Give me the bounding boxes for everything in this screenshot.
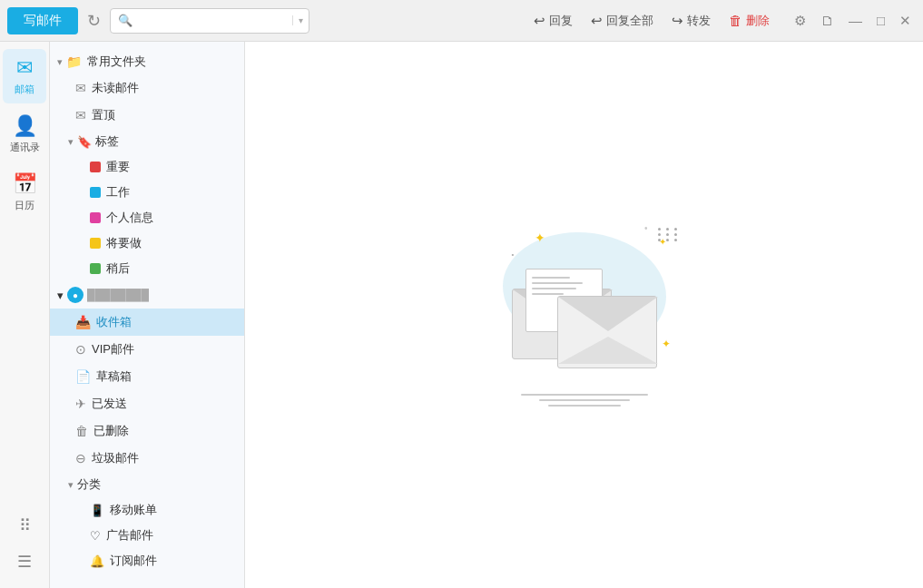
mobile-label: 移动账单 xyxy=(110,502,157,518)
letter-line-3 xyxy=(532,288,577,289)
deleted-label: 已删除 xyxy=(93,423,129,439)
toolbar-actions: ↩ 回复 ↩ 回复全部 ↪ 转发 🗑 删除 xyxy=(315,9,777,33)
envelope-front-flap xyxy=(558,297,658,333)
close-button[interactable]: ✕ xyxy=(895,11,916,31)
sidebar-item-contacts[interactable]: 👤 通讯录 xyxy=(3,107,46,162)
tags-header[interactable]: ▾ 🔖 标签 xyxy=(50,129,244,154)
common-folders-label: 常用文件夹 xyxy=(87,54,146,70)
nav-item-vip[interactable]: ⊙ VIP邮件 xyxy=(50,336,244,363)
important-label: 重要 xyxy=(106,159,130,175)
category-ads[interactable]: ♡ 广告邮件 xyxy=(50,523,244,548)
inbox-icon: 📥 xyxy=(75,315,91,329)
settings-button[interactable]: ⚙ xyxy=(790,11,810,31)
mail-label: 邮箱 xyxy=(15,83,34,96)
nav-item-spam[interactable]: ⊖ 垃圾邮件 xyxy=(50,445,244,472)
search-input[interactable] xyxy=(136,14,289,27)
sidebar-item-mail[interactable]: ✉ 邮箱 xyxy=(3,49,46,103)
drafts-icon: 📄 xyxy=(75,369,91,384)
contacts-icon: 👤 xyxy=(13,114,37,138)
content-area: ✦ • ✦ ✦ • xyxy=(245,42,923,588)
tag-personal[interactable]: 个人信息 xyxy=(50,205,244,230)
categories-section: ▾ 分类 📱 移动账单 ♡ 广告邮件 🔔 订阅邮件 xyxy=(50,472,244,573)
contacts-label: 通讯录 xyxy=(10,141,40,154)
nav-item-sent[interactable]: ✈ 已发送 xyxy=(50,390,244,417)
todo-label: 将要做 xyxy=(106,235,142,251)
todo-dot xyxy=(90,238,101,249)
category-subscribe[interactable]: 🔔 订阅邮件 xyxy=(50,548,244,573)
vip-icon: ⊙ xyxy=(75,342,86,357)
dots-grid xyxy=(658,228,680,241)
reply-all-button[interactable]: ↩ 回复全部 xyxy=(584,9,661,33)
delete-label: 删除 xyxy=(746,13,770,29)
common-folders-section: ▾ 📁 常用文件夹 ✉ 未读邮件 ✉ 置顶 xyxy=(50,49,244,129)
subscribe-icon: 🔔 xyxy=(90,554,104,568)
categories-label: 分类 xyxy=(77,476,101,493)
sidebar-item-calendar[interactable]: 📅 日历 xyxy=(3,165,46,220)
forward-button[interactable]: ↪ 转发 xyxy=(664,9,718,33)
window-controls: ⚙ 🗋 — □ ✕ xyxy=(790,11,916,31)
nav-item-drafts[interactable]: 📄 草稿箱 xyxy=(50,363,244,390)
nav-item-inbox[interactable]: 📥 收件箱 xyxy=(50,309,244,336)
minimize-button[interactable]: — xyxy=(844,11,867,30)
categories-header[interactable]: ▾ 分类 xyxy=(50,472,244,497)
apps-button[interactable]: ⠿ xyxy=(14,510,36,541)
spam-label: 垃圾邮件 xyxy=(92,450,139,466)
later-label: 稍后 xyxy=(106,260,130,277)
icon-sidebar: ✉ 邮箱 👤 通讯录 📅 日历 ⠿ ☰ xyxy=(0,42,50,588)
reply-icon: ↩ xyxy=(534,13,545,29)
personal-dot xyxy=(90,212,101,223)
unread-label: 未读邮件 xyxy=(92,80,139,96)
spam-icon: ⊖ xyxy=(75,451,86,466)
tag-todo[interactable]: 将要做 xyxy=(50,230,244,256)
sent-icon: ✈ xyxy=(75,397,86,411)
tag-later[interactable]: 稍后 xyxy=(50,256,244,281)
tag-icon: 🔖 xyxy=(77,135,92,149)
account-header[interactable]: ▾ ● ████████ xyxy=(50,281,244,309)
work-dot xyxy=(90,187,101,198)
reply-button[interactable]: ↩ 回复 xyxy=(526,9,580,33)
ground-lines xyxy=(521,394,648,407)
ground-line-3 xyxy=(548,405,621,407)
letter-line-1 xyxy=(532,277,571,279)
unread-icon: ✉ xyxy=(75,81,86,95)
delete-icon: 🗑 xyxy=(729,13,742,28)
folder-icon: 📁 xyxy=(66,54,82,69)
menu-button[interactable]: ☰ xyxy=(12,546,37,577)
mail-icon: ✉ xyxy=(16,56,33,80)
main-layout: ✉ 邮箱 👤 通讯录 📅 日历 ⠿ ☰ ▾ 📁 常用文件夹 ✉ 未读邮件 xyxy=(0,42,923,588)
mobile-icon: 📱 xyxy=(90,504,104,517)
nav-item-pinned[interactable]: ✉ 置顶 xyxy=(50,102,244,129)
sparkle-2: • xyxy=(644,223,648,233)
subscribe-label: 订阅邮件 xyxy=(110,553,157,569)
tag-work[interactable]: 工作 xyxy=(50,180,244,205)
compose-button[interactable]: 写邮件 xyxy=(7,7,78,34)
sent-label: 已发送 xyxy=(92,396,127,412)
letter-line-2 xyxy=(532,282,584,284)
calendar-icon: 📅 xyxy=(13,172,37,196)
category-mobile[interactable]: 📱 移动账单 xyxy=(50,497,244,523)
nav-sidebar: ▾ 📁 常用文件夹 ✉ 未读邮件 ✉ 置顶 ▾ 🔖 标签 重要 xyxy=(50,42,245,588)
reply-label: 回复 xyxy=(549,13,573,29)
search-dropdown-arrow[interactable]: ▾ xyxy=(292,15,303,25)
vip-label: VIP邮件 xyxy=(92,341,134,358)
ads-label: 广告邮件 xyxy=(106,527,153,544)
email-illustration: ✦ • ✦ ✦ • xyxy=(485,223,684,407)
nav-item-unread[interactable]: ✉ 未读邮件 xyxy=(50,74,244,102)
tags-section: ▾ 🔖 标签 重要 工作 个人信息 将要做 稍后 xyxy=(50,129,244,281)
reply-all-label: 回复全部 xyxy=(606,13,653,29)
delete-button[interactable]: 🗑 删除 xyxy=(722,9,777,33)
ads-icon: ♡ xyxy=(90,529,101,543)
envelope-front xyxy=(557,296,657,368)
icon-sidebar-bottom: ⠿ ☰ xyxy=(12,510,37,588)
account-badge: ● xyxy=(67,287,83,303)
save-button[interactable]: 🗋 xyxy=(816,11,839,30)
account-label: ████████ xyxy=(87,289,149,301)
common-folders-header[interactable]: ▾ 📁 常用文件夹 xyxy=(50,49,244,74)
sparkle-5: • xyxy=(512,250,515,259)
forward-label: 转发 xyxy=(687,13,711,29)
nav-item-deleted[interactable]: 🗑 已删除 xyxy=(50,417,244,445)
forward-icon: ↪ xyxy=(672,13,683,29)
tag-important[interactable]: 重要 xyxy=(50,154,244,180)
maximize-button[interactable]: □ xyxy=(872,11,889,30)
refresh-button[interactable]: ↻ xyxy=(83,7,104,34)
